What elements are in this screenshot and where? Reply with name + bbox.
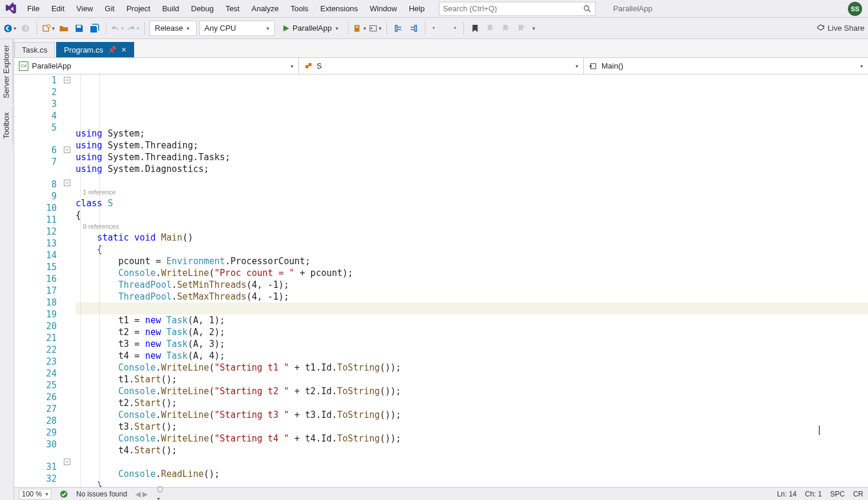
pin-icon[interactable]: 📌 (108, 46, 116, 54)
code-line[interactable]: t4.Start(); (76, 444, 868, 456)
window-title: ParallelApp (596, 4, 842, 13)
menu-analyze[interactable]: Analyze (245, 0, 284, 18)
next-bookmark-button[interactable] (499, 22, 512, 35)
search-icon (583, 5, 591, 13)
comment-out-button[interactable] (392, 22, 405, 35)
code-line[interactable]: t2.Start(); (76, 397, 868, 409)
menu-debug[interactable]: Debug (185, 0, 219, 18)
code-line[interactable]: using System.Threading; (76, 139, 868, 151)
fold-toggle[interactable]: − (64, 147, 70, 153)
undo-button[interactable]: ▾ (111, 22, 124, 35)
menu-help[interactable]: Help (403, 0, 431, 18)
clear-bookmarks-button[interactable] (515, 22, 528, 35)
prev-bookmark-button[interactable] (484, 22, 497, 35)
code-line[interactable] (76, 303, 868, 314)
user-avatar[interactable]: SS (848, 2, 862, 16)
menu-tools[interactable]: Tools (285, 0, 314, 18)
lightbulb-icon[interactable]: ▾ (156, 486, 164, 501)
indent-indicator[interactable]: SPC (830, 490, 845, 498)
toolbox-tab[interactable]: Toolbox (0, 106, 13, 145)
new-project-button[interactable]: ▾ (42, 22, 55, 35)
search-box[interactable] (439, 2, 596, 16)
zoom-combo[interactable]: 100 %▾ (19, 489, 51, 499)
nav-class-combo[interactable]: S▾ (299, 58, 584, 74)
solution-platform-combo[interactable]: Any CPU▾ (199, 21, 275, 36)
menu-git[interactable]: Git (99, 0, 121, 18)
code-line[interactable] (76, 456, 868, 468)
doc-tab-program[interactable]: Program.cs 📌 ✕ (56, 42, 134, 57)
close-icon[interactable]: ✕ (121, 46, 126, 54)
code-line[interactable]: t1.Start(); (76, 374, 868, 385)
svg-point-11 (370, 27, 372, 29)
decrease-indent-button[interactable] (430, 22, 443, 35)
live-share-button[interactable]: Live Share (816, 24, 864, 33)
code-line[interactable]: Console.WriteLine("Proc count = " + pcou… (76, 267, 868, 279)
nav-member-combo[interactable]: Main()▾ (584, 58, 868, 74)
nav-forward-button[interactable] (19, 22, 32, 35)
issues-label[interactable]: No issues found (76, 490, 127, 498)
code-line[interactable]: Console.WriteLine("Starting t1 " + t1.Id… (76, 362, 868, 374)
char-indicator[interactable]: Ch: 1 (805, 490, 822, 498)
server-explorer-tab[interactable]: Server Explorer (0, 39, 13, 104)
code-line[interactable]: t1 = new Task(A, 1); (76, 314, 868, 326)
code-line[interactable]: pcount = Environment.ProcessorCount; (76, 255, 868, 267)
increase-indent-button[interactable] (446, 22, 459, 35)
code-line[interactable]: static void Main() (76, 232, 868, 243)
nav-back-button[interactable]: ▾ (4, 22, 17, 35)
code-editor[interactable]: 1234567891011121314151617181920212223242… (14, 74, 868, 487)
code-line[interactable]: using System.Threading.Tasks; (76, 151, 868, 163)
menu-extensions[interactable]: Extensions (314, 0, 364, 18)
step-over-icon[interactable]: ▾ (369, 22, 382, 35)
svg-point-3 (22, 24, 29, 31)
nav-project-combo[interactable]: C# ParallelApp▾ (14, 58, 299, 74)
code-line[interactable]: using System; (76, 128, 868, 139)
search-input[interactable] (443, 4, 583, 13)
code-line[interactable]: Console.WriteLine("Starting t3 " + t3.Id… (76, 409, 868, 421)
code-line[interactable]: class S (76, 197, 868, 209)
code-line[interactable]: { (76, 243, 868, 255)
code-line[interactable]: } (76, 480, 868, 487)
fold-toggle[interactable]: − (64, 180, 70, 186)
code-line[interactable]: Console.WriteLine("Starting t4 " + t4.Id… (76, 433, 868, 444)
line-indicator[interactable]: Ln: 14 (777, 490, 797, 498)
line-number-gutter: 1234567891011121314151617181920212223242… (14, 74, 63, 487)
code-line[interactable]: t3 = new Task(A, 3); (76, 338, 868, 350)
standard-toolbar: ▾ ▾ ▾ ▾ Release▾ Any CPU▾ ParallelApp▾ ▾… (0, 18, 868, 39)
start-debug-button[interactable]: ParallelApp▾ (277, 21, 343, 36)
find-in-files-button[interactable]: ▾ (353, 22, 366, 35)
code-line[interactable] (76, 175, 868, 187)
code-line[interactable]: ThreadPool.SetMinThreads(4, -1); (76, 279, 868, 291)
svg-rect-15 (308, 63, 311, 66)
open-file-button[interactable] (57, 22, 70, 35)
menu-view[interactable]: View (70, 0, 99, 18)
doc-tab-task[interactable]: Task.cs (14, 42, 55, 57)
code-line[interactable]: using System.Diagnostics; (76, 163, 868, 175)
code-line[interactable]: t3.Start(); (76, 421, 868, 433)
lineending-indicator[interactable]: CR (853, 490, 863, 498)
code-line[interactable]: ThreadPool.SetMaxThreads(4, -1); (76, 291, 868, 303)
error-nav-icon[interactable]: ◀ ▶ (135, 490, 148, 498)
code-area[interactable]: using System;using System.Threading;usin… (76, 74, 868, 487)
redo-button[interactable]: ▾ (126, 22, 139, 35)
menu-build[interactable]: Build (156, 0, 185, 18)
code-line[interactable]: Console.WriteLine("Starting t2 " + t2.Id… (76, 385, 868, 397)
menu-test[interactable]: Test (220, 0, 246, 18)
bookmark-icon[interactable] (469, 22, 482, 35)
svg-point-18 (60, 490, 67, 497)
uncomment-button[interactable] (407, 22, 420, 35)
codelens-indicator[interactable]: 0 references (76, 221, 868, 232)
menu-file[interactable]: File (21, 0, 45, 18)
code-line[interactable]: t2 = new Task(A, 2); (76, 326, 868, 338)
code-line[interactable]: t4 = new Task(A, 4); (76, 350, 868, 362)
menu-edit[interactable]: Edit (45, 0, 70, 18)
code-line[interactable]: { (76, 209, 868, 221)
fold-toggle[interactable]: − (64, 459, 70, 465)
save-button[interactable] (73, 22, 86, 35)
menu-project[interactable]: Project (121, 0, 156, 18)
solution-config-combo[interactable]: Release▾ (149, 21, 197, 36)
codelens-indicator[interactable]: 1 reference (76, 187, 868, 197)
code-line[interactable]: Console.ReadLine(); (76, 468, 868, 480)
save-all-button[interactable] (88, 22, 101, 35)
fold-toggle[interactable]: − (64, 77, 70, 83)
menu-window[interactable]: Window (364, 0, 403, 18)
